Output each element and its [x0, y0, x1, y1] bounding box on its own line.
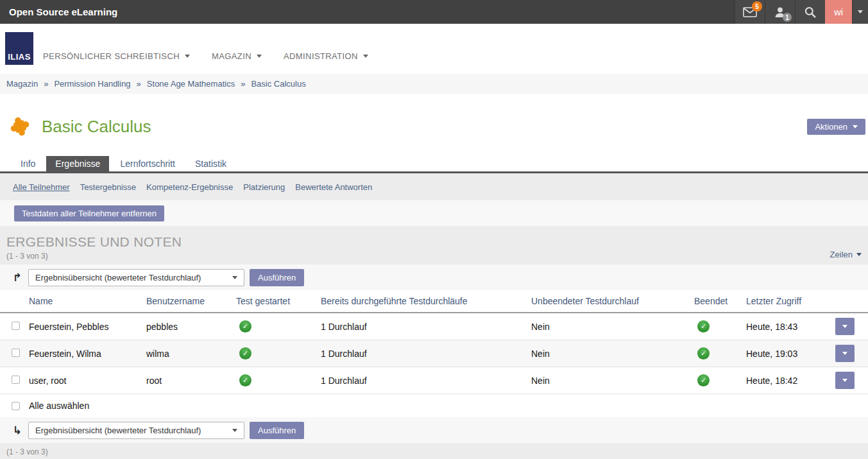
page-title: Basic Calculus [42, 117, 151, 137]
mail-button[interactable]: 5 [735, 0, 765, 24]
breadcrumb: Magazin » Permission Handling » Stone Ag… [0, 74, 868, 94]
subtab-platzierung[interactable]: Platzierung [243, 182, 285, 192]
result-count-footer: (1 - 3 von 3) [6, 447, 48, 456]
cell-last-access: Heute, 18:43 [746, 322, 835, 332]
bulk-action-select-top[interactable]: Ergebnisübersicht (bewerteter Testdurchl… [28, 269, 244, 286]
subtab-kompetenz-ergebnisse[interactable]: Kompetenz-Ergebnisse [146, 182, 233, 192]
result-count: (1 - 3 von 3) [6, 252, 868, 261]
chevron-down-icon [257, 55, 262, 58]
tab-statistik[interactable]: Statistik [186, 156, 235, 171]
tab-info[interactable]: Info [12, 156, 44, 171]
search-button[interactable] [795, 0, 825, 24]
cell-last-access: Heute, 18:42 [746, 376, 835, 386]
delete-all-testdata-button[interactable]: Testdaten aller Teilnehmer entfernen [14, 205, 164, 221]
table-row: Feuerstein, Pebbles pebbles ✓ 1 Durchlau… [0, 313, 868, 340]
bulk-action-row-top: ↱ Ergebnisübersicht (bewerteter Testdurc… [0, 264, 868, 290]
search-icon [804, 6, 816, 18]
ilias-logo[interactable]: ILIAS [5, 32, 33, 65]
rows-menu-button[interactable]: Zeilen [830, 250, 862, 259]
cell-unfinished: Nein [531, 322, 694, 332]
row-actions-dropdown[interactable] [835, 345, 855, 362]
cell-runs: 1 Durchlauf [321, 322, 531, 332]
table-row: user, root root ✓ 1 Durchlauf Nein ✓ Heu… [0, 367, 868, 394]
user-menu-button[interactable] [852, 0, 868, 24]
check-circle-icon: ✓ [697, 320, 710, 333]
chevron-down-icon [842, 352, 847, 355]
row-checkbox[interactable] [12, 322, 20, 330]
section-title: ERGEBNISSE UND NOTEN [6, 226, 868, 250]
select-all-checkbox[interactable] [12, 402, 20, 410]
bulk-action-selected-value: Ergebnisübersicht (bewerteter Testdurchl… [35, 426, 201, 435]
column-header-testdurchlaeufe: Bereits durchgeführte Testdurchläufe [321, 296, 531, 306]
tab-lernfortschritt[interactable]: Lernfortschritt [111, 156, 184, 171]
cell-username: wilma [146, 349, 236, 359]
bulk-action-row-bottom: ↳ Ergebnisübersicht (bewerteter Testdurc… [0, 417, 868, 443]
cell-runs: 1 Durchlauf [321, 349, 531, 359]
execute-button-bottom[interactable]: Ausführen [250, 422, 304, 439]
cell-username: pebbles [146, 322, 236, 332]
chevron-down-icon [856, 253, 862, 256]
breadcrumb-link[interactable]: Basic Calculus [251, 79, 305, 89]
breadcrumb-link[interactable]: Permission Handling [54, 79, 130, 89]
chevron-down-icon [842, 325, 847, 328]
bulk-action-select-bottom[interactable]: Ergebnisübersicht (bewerteter Testdurchl… [28, 422, 244, 439]
subtab-alle-teilnehmer[interactable]: Alle Teilnehmer [13, 182, 70, 192]
select-all-row: Alle auswählen [0, 394, 868, 417]
mail-badge: 5 [752, 1, 762, 12]
puzzle-icon [8, 114, 32, 139]
page-header: Basic Calculus Aktionen [0, 94, 868, 156]
nav-administration[interactable]: ADMINISTRATION [284, 51, 368, 61]
cell-last-access: Heute, 19:03 [746, 349, 835, 359]
check-circle-icon: ✓ [239, 347, 251, 359]
subtab-bewertete-antworten[interactable]: Bewertete Antworten [295, 182, 372, 192]
breadcrumb-link[interactable]: Stone Age Mathematics [147, 79, 235, 89]
chevron-down-icon [185, 55, 190, 58]
row-checkbox[interactable] [12, 376, 20, 384]
column-header-test-gestartet: Test gestartet [236, 296, 321, 306]
cell-name: Feuerstein, Pebbles [29, 322, 146, 332]
cell-unfinished: Nein [531, 349, 694, 359]
who-is-online-button[interactable]: 1 [765, 0, 795, 24]
tab-ergebnisse[interactable]: Ergebnisse [46, 156, 109, 171]
row-actions-dropdown[interactable] [835, 318, 855, 335]
tabbar: Info Ergebnisse Lernfortschritt Statisti… [0, 156, 868, 173]
results-heading-band: ERGEBNISSE UND NOTEN (1 - 3 von 3) Zeile… [0, 226, 868, 264]
subtabbar: Alle Teilnehmer Testergebnisse Kompetenz… [0, 173, 868, 200]
chevron-down-icon [363, 55, 368, 58]
breadcrumb-separator: » [44, 79, 48, 89]
column-header-name: Name [29, 296, 146, 306]
table-header: Name Benutzername Test gestartet Bereits… [0, 290, 868, 313]
results-footer: (1 - 3 von 3) [0, 443, 868, 459]
chevron-down-icon [853, 125, 858, 128]
nav-personal-desktop[interactable]: PERSÖNLICHER SCHREIBTISCH [43, 51, 190, 61]
cell-name: Feuerstein, Wilma [29, 349, 146, 359]
subtab-testergebnisse[interactable]: Testergebnisse [80, 182, 136, 192]
select-all-label: Alle auswählen [29, 401, 89, 411]
rows-menu-label: Zeilen [830, 250, 853, 259]
online-badge: 1 [783, 13, 792, 22]
check-circle-icon: ✓ [697, 347, 710, 359]
cell-unfinished: Nein [531, 376, 694, 386]
nav-repository[interactable]: MAGAZIN [212, 51, 262, 61]
chevron-down-icon [842, 379, 847, 382]
row-checkbox[interactable] [12, 349, 20, 357]
avatar[interactable]: wi [825, 0, 852, 24]
nav-label: ADMINISTRATION [284, 51, 358, 61]
actions-button[interactable]: Aktionen [807, 119, 865, 135]
row-actions-dropdown[interactable] [835, 372, 855, 389]
actions-button-label: Aktionen [815, 122, 847, 132]
arrow-down-right-icon: ↳ [12, 425, 23, 436]
check-circle-icon: ✓ [697, 374, 710, 386]
app-title: Open Source eLearning [0, 0, 735, 24]
breadcrumb-separator: » [137, 79, 141, 89]
breadcrumb-link[interactable]: Magazin [6, 79, 38, 89]
cell-name: user, root [29, 376, 146, 386]
execute-button-top[interactable]: Ausführen [250, 269, 304, 286]
cell-username: root [146, 376, 236, 386]
cell-runs: 1 Durchlauf [321, 376, 531, 386]
arrow-up-right-icon: ↱ [12, 272, 23, 283]
header: ILIAS PERSÖNLICHER SCHREIBTISCH MAGAZIN … [0, 24, 868, 74]
column-header-beendet: Beendet [694, 296, 746, 306]
chevron-down-icon [858, 10, 863, 13]
table-row: Feuerstein, Wilma wilma ✓ 1 Durchlauf Ne… [0, 340, 868, 367]
